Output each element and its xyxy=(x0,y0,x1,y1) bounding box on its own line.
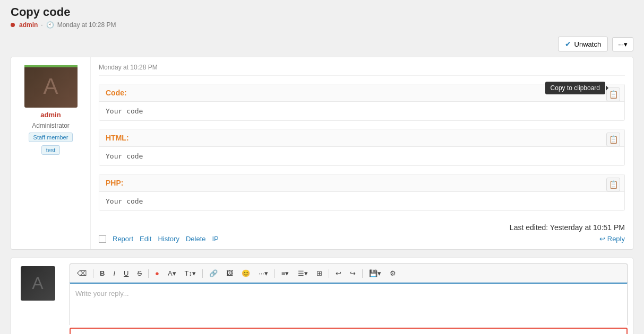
reply-container: A ⌫ B I U S xyxy=(11,258,633,334)
editor-body[interactable]: Write your reply... xyxy=(70,283,628,325)
italic-icon: I xyxy=(113,269,115,277)
action-bar: ✔ Unwatch ···▾ xyxy=(11,37,633,51)
page-title: Copy code xyxy=(11,5,633,19)
reply-avatar-letter: A xyxy=(32,274,43,293)
more-button[interactable]: ···▾ xyxy=(612,37,633,51)
toolbar-save[interactable]: 💾▾ xyxy=(365,267,385,279)
post-container: A admin Administrator Staff member test … xyxy=(11,57,633,250)
code-section-2: PHP: Your code 📋 xyxy=(99,174,625,211)
toolbar-image[interactable]: 🖼 xyxy=(222,267,237,279)
underline-icon: U xyxy=(124,269,128,277)
toolbar-strikethrough[interactable]: S xyxy=(133,267,145,279)
eraser-icon: ⌫ xyxy=(77,269,87,277)
user-role: Administrator xyxy=(32,122,70,129)
dropper-icon: ● xyxy=(155,269,159,277)
undo-icon: ↩ xyxy=(336,269,341,277)
code-body-2: Your code xyxy=(99,192,624,210)
toolbar-sep-2 xyxy=(148,269,149,278)
test-badge: test xyxy=(41,145,61,155)
image-icon: 🖼 xyxy=(226,269,233,277)
delete-link[interactable]: Delete xyxy=(186,235,206,243)
user-dot-icon xyxy=(11,23,15,27)
toolbar-table[interactable]: ⊞ xyxy=(313,267,326,279)
toolbar-sep-5 xyxy=(329,269,329,278)
editor-placeholder: Write your reply... xyxy=(75,289,129,297)
edit-info: Last edited: Yesterday at 10:51 PM xyxy=(99,223,625,232)
ip-link[interactable]: IP xyxy=(212,235,218,243)
toolbar-emoji[interactable]: 😊 xyxy=(238,267,254,279)
reply-button[interactable]: ↩ Reply xyxy=(599,235,625,243)
toolbar-sep-6 xyxy=(362,269,363,278)
code-body-0: Your code xyxy=(99,102,624,120)
toolbar-sep-1 xyxy=(93,269,93,278)
page-title-section: Copy code admin · 🕙 Monday at 10:28 PM xyxy=(11,5,633,29)
user-sidebar: A admin Administrator Staff member test xyxy=(11,57,91,249)
toolbar-undo[interactable]: ↩ xyxy=(332,267,345,279)
toolbar-color-dropper[interactable]: ● xyxy=(151,267,163,279)
editor-toolbar: ⌫ B I U S ● A▾ xyxy=(70,263,628,283)
toolbar-sep-3 xyxy=(202,269,203,278)
table-icon: ⊞ xyxy=(316,269,322,277)
list-icon: ☰▾ xyxy=(298,269,308,277)
text-size-icon: T↕▾ xyxy=(185,269,196,277)
post-footer: Last edited: Yesterday at 10:51 PM Repor… xyxy=(99,219,625,243)
toolbar-link[interactable]: 🔗 xyxy=(205,267,221,279)
edit-link[interactable]: Edit xyxy=(140,235,151,243)
toolbar-underline[interactable]: U xyxy=(120,267,132,279)
reply-icon: ↩ xyxy=(599,235,605,243)
copy-button-2[interactable]: 📋 xyxy=(606,178,620,191)
code-body-1: Your code xyxy=(99,147,624,165)
username[interactable]: admin xyxy=(40,111,61,119)
more-label: ···▾ xyxy=(618,40,628,48)
report-link[interactable]: Report xyxy=(113,235,133,243)
copy-icon-2: 📋 xyxy=(609,180,618,189)
reply-label: Reply xyxy=(607,235,625,243)
emoji-icon: 😊 xyxy=(242,269,250,277)
toolbar-italic[interactable]: I xyxy=(109,267,119,279)
redo-icon: ↪ xyxy=(350,269,356,277)
avatar-letter: A xyxy=(43,74,58,99)
clipboard-notification: Text copied to clipboard. xyxy=(70,328,628,334)
toolbar-redo[interactable]: ↪ xyxy=(346,267,359,279)
toolbar-eraser[interactable]: ⌫ xyxy=(73,267,90,279)
code-label-1: HTML: xyxy=(99,129,624,147)
link-icon: 🔗 xyxy=(209,269,218,277)
code-section-1: HTML: Your code 📋 xyxy=(99,129,625,166)
copy-tooltip: Copy to clipboard xyxy=(545,82,605,94)
meta-separator: · xyxy=(41,21,42,29)
reply-avatar: A xyxy=(11,258,64,334)
page-meta: admin · 🕙 Monday at 10:28 PM xyxy=(11,21,633,29)
select-checkbox[interactable] xyxy=(99,235,106,243)
bold-icon: B xyxy=(100,269,105,277)
clock-icon: 🕙 xyxy=(46,21,54,29)
toolbar-text-size[interactable]: T↕▾ xyxy=(181,267,200,279)
copy-icon-0: 📋 xyxy=(609,90,618,99)
toolbar-settings[interactable]: ⚙ xyxy=(386,267,400,279)
toolbar-more[interactable]: ···▾ xyxy=(255,267,272,279)
settings-icon: ⚙ xyxy=(390,269,396,277)
toolbar-align[interactable]: ≡▾ xyxy=(278,267,293,279)
unwatch-label: Unwatch xyxy=(574,40,602,48)
check-icon: ✔ xyxy=(565,40,571,48)
unwatch-button[interactable]: ✔ Unwatch xyxy=(558,37,608,51)
reply-avatar-image: A xyxy=(21,266,55,301)
post-content: Monday at 10:28 PM Code: Your code Copy … xyxy=(91,57,633,249)
strikethrough-icon: S xyxy=(137,269,142,277)
post-date: Monday at 10:28 PM xyxy=(57,21,116,29)
save-icon: 💾▾ xyxy=(369,269,381,277)
avatar: A xyxy=(24,65,78,108)
align-icon: ≡▾ xyxy=(281,269,289,277)
history-link[interactable]: History xyxy=(158,235,179,243)
font-color-icon: A▾ xyxy=(168,269,176,277)
toolbar-bold[interactable]: B xyxy=(96,267,108,279)
admin-link[interactable]: admin xyxy=(19,21,38,29)
reply-editor: ⌫ B I U S ● A▾ xyxy=(64,258,633,334)
toolbar-list[interactable]: ☰▾ xyxy=(294,267,312,279)
code-section-0: Code: Your code Copy to clipboard 📋 xyxy=(99,84,625,121)
post-actions: Report Edit History Delete IP xyxy=(99,235,219,243)
staff-badge: Staff member xyxy=(29,133,73,142)
copy-icon-1: 📋 xyxy=(609,135,618,144)
post-timestamp: Monday at 10:28 PM xyxy=(99,64,625,76)
copy-button-1[interactable]: 📋 xyxy=(606,133,620,146)
toolbar-font-color[interactable]: A▾ xyxy=(164,267,180,279)
